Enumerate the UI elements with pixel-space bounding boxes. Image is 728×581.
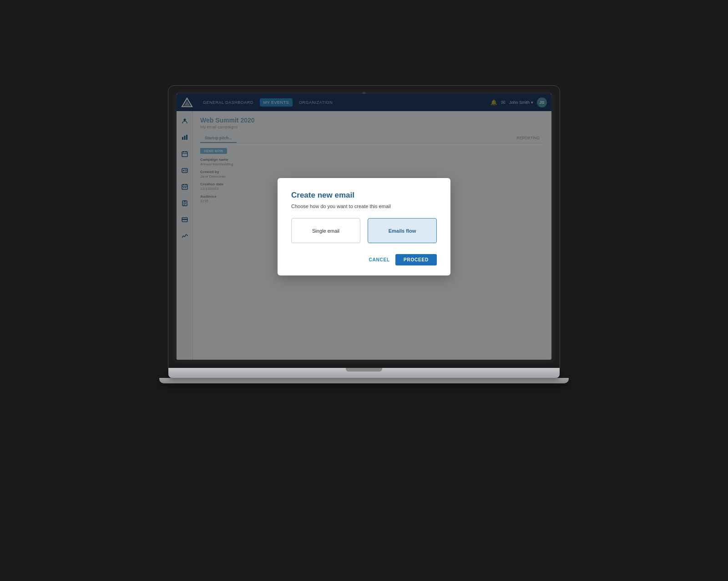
modal-footer: CANCEL PROCEED [291,254,437,265]
cancel-button[interactable]: CANCEL [369,257,389,262]
laptop-notch [346,368,382,372]
laptop-base [168,368,560,378]
laptop-foot [159,378,569,383]
modal-options: Single email Emails flow [291,218,437,243]
emails-flow-option[interactable]: Emails flow [368,218,437,243]
modal-overlay: Create new email Choose how do you want … [177,111,551,360]
proceed-button[interactable]: PROCEED [395,254,437,265]
create-email-modal: Create new email Choose how do you want … [278,178,450,275]
modal-subtitle: Choose how do you want to create this em… [291,204,437,209]
main-area: Web Summit 2020 My email campaigns Start… [177,111,551,360]
single-email-option[interactable]: Single email [291,218,360,243]
modal-title: Create new email [291,191,437,200]
